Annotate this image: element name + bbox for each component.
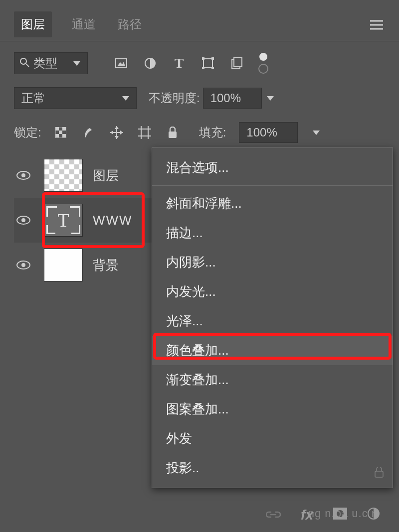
layer-thumbnail[interactable] bbox=[44, 159, 83, 192]
opacity-input[interactable]: 100% bbox=[203, 88, 262, 109]
lock-artboard-icon[interactable] bbox=[137, 125, 152, 140]
svg-point-35 bbox=[21, 218, 25, 222]
menu-pattern-overlay[interactable]: 图案叠加... bbox=[152, 395, 393, 424]
divider bbox=[0, 41, 399, 41]
filter-text-icon[interactable]: T bbox=[172, 56, 187, 71]
svg-marker-25 bbox=[110, 131, 113, 134]
menu-bevel-emboss[interactable]: 斜面和浮雕... bbox=[152, 189, 393, 218]
svg-point-3 bbox=[20, 58, 26, 64]
svg-point-33 bbox=[21, 173, 25, 177]
panel-tabs: 图层 通道 路径 bbox=[14, 10, 385, 39]
svg-marker-6 bbox=[117, 62, 125, 66]
filter-adjustment-icon[interactable] bbox=[143, 56, 158, 71]
layer-name: 图层 bbox=[93, 167, 119, 184]
svg-rect-10 bbox=[211, 57, 214, 60]
filter-pixel-icon[interactable] bbox=[114, 56, 129, 71]
svg-rect-38 bbox=[375, 471, 383, 477]
annotation-highlight bbox=[153, 333, 392, 360]
filter-toggle[interactable] bbox=[258, 52, 268, 75]
lock-row: 锁定: 填充: 100% bbox=[14, 118, 385, 147]
menu-satin[interactable]: 光泽... bbox=[152, 306, 393, 336]
lock-position-icon[interactable] bbox=[109, 125, 124, 140]
svg-rect-14 bbox=[234, 57, 242, 66]
visibility-toggle[interactable] bbox=[16, 258, 31, 272]
annotation-highlight bbox=[42, 192, 145, 248]
blend-mode-value: 正常 bbox=[21, 90, 45, 106]
filter-row: 类型 T bbox=[14, 48, 385, 78]
lock-all-icon[interactable] bbox=[165, 125, 180, 140]
menu-separator bbox=[152, 185, 393, 186]
watermark: ng n.ba u.c n bbox=[308, 507, 378, 520]
tab-layers[interactable]: 图层 bbox=[14, 11, 52, 37]
opacity-label: 不透明度: bbox=[149, 90, 200, 106]
tab-channels[interactable]: 通道 bbox=[70, 12, 98, 36]
chevron-down-icon bbox=[122, 96, 129, 101]
menu-outer-glow[interactable]: 外发 bbox=[152, 424, 393, 453]
svg-point-37 bbox=[21, 263, 25, 267]
layer-name: 背景 bbox=[93, 257, 119, 274]
svg-marker-24 bbox=[115, 136, 119, 139]
filter-smartobject-icon[interactable] bbox=[229, 56, 244, 71]
opacity-value: 100% bbox=[210, 91, 241, 105]
lock-image-icon[interactable] bbox=[81, 125, 96, 140]
svg-rect-11 bbox=[202, 67, 204, 69]
fill-input[interactable]: 100% bbox=[239, 122, 298, 143]
chevron-down-icon[interactable] bbox=[267, 96, 274, 101]
lock-icon bbox=[375, 467, 384, 481]
lock-transparency-icon[interactable] bbox=[53, 125, 68, 140]
svg-rect-17 bbox=[62, 127, 66, 131]
menu-inner-shadow[interactable]: 内阴影... bbox=[152, 248, 393, 277]
svg-rect-8 bbox=[203, 59, 212, 68]
chevron-down-icon bbox=[73, 61, 80, 66]
svg-rect-18 bbox=[59, 131, 62, 134]
svg-rect-16 bbox=[55, 127, 59, 131]
blend-row: 正常 不透明度: 100% bbox=[14, 83, 385, 113]
menu-stroke[interactable]: 描边... bbox=[152, 218, 393, 248]
visibility-toggle[interactable] bbox=[16, 168, 31, 183]
svg-marker-23 bbox=[115, 126, 119, 129]
tab-paths[interactable]: 路径 bbox=[116, 12, 144, 36]
svg-line-4 bbox=[26, 64, 29, 67]
svg-rect-31 bbox=[169, 132, 177, 138]
lock-label: 锁定: bbox=[14, 125, 41, 140]
layer-thumbnail[interactable] bbox=[44, 249, 83, 281]
menu-gradient-overlay[interactable]: 渐变叠加... bbox=[152, 365, 393, 395]
blend-mode-select[interactable]: 正常 bbox=[14, 87, 137, 109]
svg-rect-9 bbox=[202, 57, 204, 60]
menu-inner-glow[interactable]: 内发光... bbox=[152, 277, 393, 306]
panel-menu-icon[interactable] bbox=[370, 20, 383, 30]
fill-label: 填充: bbox=[199, 125, 226, 140]
search-icon bbox=[19, 56, 29, 70]
filter-type-dropdown[interactable]: 类型 bbox=[14, 52, 88, 74]
svg-rect-19 bbox=[55, 134, 59, 137]
visibility-toggle[interactable] bbox=[16, 213, 31, 228]
chevron-down-icon[interactable] bbox=[313, 131, 320, 135]
layer-style-context-menu: 混合选项... 斜面和浮雕... 描边... 内阴影... 内发光... 光泽.… bbox=[152, 147, 393, 488]
filter-type-label: 类型 bbox=[33, 55, 57, 71]
fill-value: 100% bbox=[246, 126, 277, 139]
menu-drop-shadow[interactable]: 投影.. bbox=[152, 453, 393, 483]
svg-rect-20 bbox=[62, 134, 66, 137]
svg-marker-26 bbox=[120, 131, 123, 134]
svg-rect-12 bbox=[211, 67, 214, 69]
link-layers-icon[interactable] bbox=[266, 508, 281, 522]
menu-blending-options[interactable]: 混合选项... bbox=[152, 153, 393, 182]
filter-shape-icon[interactable] bbox=[200, 56, 215, 71]
